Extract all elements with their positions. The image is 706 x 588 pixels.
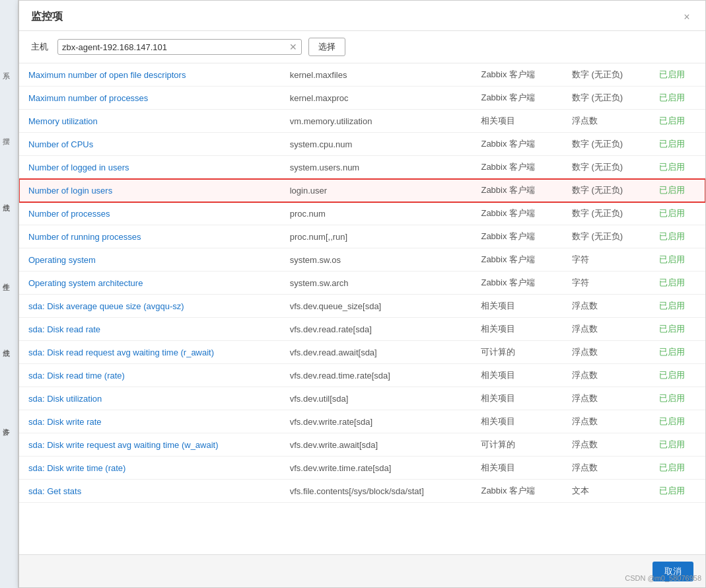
item-type: Zabbix 客户端 xyxy=(472,248,562,272)
item-status: 已启用 xyxy=(650,272,705,295)
item-status: 已启用 xyxy=(650,133,705,156)
host-input-value[interactable]: zbx-agent-192.168.147.101 xyxy=(62,42,285,52)
item-type: 相关项目 xyxy=(472,295,562,318)
host-clear-button[interactable]: ✕ xyxy=(289,42,297,52)
item-status: 已启用 xyxy=(650,410,705,433)
item-name[interactable]: Number of CPUs xyxy=(19,133,281,156)
item-key: system.sw.os xyxy=(281,248,472,272)
table-row[interactable]: Number of login userslogin.userZabbix 客户… xyxy=(19,179,705,202)
item-key: proc.num[,,run] xyxy=(281,225,472,248)
item-key: vfs.dev.read.rate[sda] xyxy=(281,318,472,341)
item-type: 相关项目 xyxy=(472,318,562,341)
item-type: 相关项目 xyxy=(472,364,562,387)
table-row[interactable]: Operating system architecturesystem.sw.a… xyxy=(19,272,705,295)
item-key: vfs.dev.read.await[sda] xyxy=(281,341,472,364)
item-type: Zabbix 客户端 xyxy=(472,179,562,202)
item-name[interactable]: Operating system xyxy=(19,248,281,272)
item-name[interactable]: Number of processes xyxy=(19,202,281,225)
item-name[interactable]: Number of running processes xyxy=(19,225,281,248)
item-key: vm.memory.utilization xyxy=(281,110,472,133)
modal-footer: 取消 xyxy=(19,554,705,587)
item-type: 相关项目 xyxy=(472,410,562,433)
item-status: 已启用 xyxy=(650,179,705,202)
table-row[interactable]: Maximum number of open file descriptorsk… xyxy=(19,63,705,87)
item-type: 可计算的 xyxy=(472,341,562,364)
table-row[interactable]: Number of logged in userssystem.users.nu… xyxy=(19,156,705,179)
item-status: 已启用 xyxy=(650,457,705,480)
table-row[interactable]: Number of processesproc.numZabbix 客户端数字 … xyxy=(19,202,705,225)
item-key: kernel.maxproc xyxy=(281,87,472,110)
item-type: 相关项目 xyxy=(472,110,562,133)
item-status: 已启用 xyxy=(650,318,705,341)
item-status: 已启用 xyxy=(650,225,705,248)
modal-header: 监控项 × xyxy=(19,1,705,31)
item-dtype: 文本 xyxy=(563,480,650,503)
item-status: 已启用 xyxy=(650,341,705,364)
item-key: system.users.num xyxy=(281,156,472,179)
item-status: 已启用 xyxy=(650,364,705,387)
item-name[interactable]: Operating system architecture xyxy=(19,272,281,295)
item-dtype: 浮点数 xyxy=(563,457,650,480)
item-dtype: 浮点数 xyxy=(563,433,650,457)
item-dtype: 浮点数 xyxy=(563,387,650,410)
table-row[interactable]: sda: Get statsvfs.file.contents[/sys/blo… xyxy=(19,480,705,503)
item-type: Zabbix 客户端 xyxy=(472,87,562,110)
item-dtype: 浮点数 xyxy=(563,318,650,341)
item-status: 已启用 xyxy=(650,295,705,318)
item-key: system.cpu.num xyxy=(281,133,472,156)
item-dtype: 数字 (无正负) xyxy=(563,87,650,110)
item-name[interactable]: Memory utilization xyxy=(19,110,281,133)
item-key: vfs.dev.read.time.rate[sda] xyxy=(281,364,472,387)
table-row[interactable]: sda: Disk write request avg waiting time… xyxy=(19,433,705,457)
table-row[interactable]: sda: Disk read request avg waiting time … xyxy=(19,341,705,364)
item-key: vfs.dev.write.await[sda] xyxy=(281,433,472,457)
table-row[interactable]: Number of running processesproc.num[,,ru… xyxy=(19,225,705,248)
item-status: 已启用 xyxy=(650,480,705,503)
item-name[interactable]: Number of logged in users xyxy=(19,156,281,179)
table-row[interactable]: Memory utilizationvm.memory.utilization相… xyxy=(19,110,705,133)
item-dtype: 字符 xyxy=(563,272,650,295)
item-name[interactable]: sda: Disk write request avg waiting time… xyxy=(19,433,281,457)
table-row[interactable]: Operating systemsystem.sw.osZabbix 客户端字符… xyxy=(19,248,705,272)
select-button[interactable]: 选择 xyxy=(308,38,345,56)
sidebar-hint: 系 摆 件成 件生 件成 许多 xyxy=(0,0,18,588)
table-row[interactable]: Number of CPUssystem.cpu.numZabbix 客户端数字… xyxy=(19,133,705,156)
item-name[interactable]: Maximum number of open file descriptors xyxy=(19,63,281,87)
item-name[interactable]: sda: Disk write rate xyxy=(19,410,281,433)
item-key: login.user xyxy=(281,179,472,202)
item-name[interactable]: sda: Disk average queue size (avgqu-sz) xyxy=(19,295,281,318)
item-type: Zabbix 客户端 xyxy=(472,133,562,156)
host-input-wrapper: zbx-agent-192.168.147.101 ✕ xyxy=(57,39,302,55)
item-key: vfs.dev.queue_size[sda] xyxy=(281,295,472,318)
item-name[interactable]: sda: Disk read time (rate) xyxy=(19,364,281,387)
item-dtype: 数字 (无正负) xyxy=(563,179,650,202)
item-name[interactable]: sda: Disk write time (rate) xyxy=(19,457,281,480)
table-row[interactable]: sda: Disk write time (rate)vfs.dev.write… xyxy=(19,457,705,480)
table-area: Maximum number of open file descriptorsk… xyxy=(19,63,705,546)
modal-dialog: 监控项 × 主机 zbx-agent-192.168.147.101 ✕ 选择 … xyxy=(18,0,706,588)
item-name[interactable]: sda: Get stats xyxy=(19,480,281,503)
table-row[interactable]: Maximum number of processeskernel.maxpro… xyxy=(19,87,705,110)
item-name[interactable]: sda: Disk read rate xyxy=(19,318,281,341)
item-key: vfs.dev.write.time.rate[sda] xyxy=(281,457,472,480)
table-row[interactable]: sda: Disk write ratevfs.dev.write.rate[s… xyxy=(19,410,705,433)
table-row[interactable]: sda: Disk read ratevfs.dev.read.rate[sda… xyxy=(19,318,705,341)
item-dtype: 数字 (无正负) xyxy=(563,156,650,179)
close-button[interactable]: × xyxy=(680,11,693,24)
item-status: 已启用 xyxy=(650,87,705,110)
table-row[interactable]: sda: Disk read time (rate)vfs.dev.read.t… xyxy=(19,364,705,387)
item-key: vfs.dev.util[sda] xyxy=(281,387,472,410)
item-name[interactable]: sda: Disk read request avg waiting time … xyxy=(19,341,281,364)
table-row[interactable]: sda: Disk utilizationvfs.dev.util[sda]相关… xyxy=(19,387,705,410)
item-type: Zabbix 客户端 xyxy=(472,272,562,295)
item-type: Zabbix 客户端 xyxy=(472,156,562,179)
item-dtype: 数字 (无正负) xyxy=(563,133,650,156)
cancel-button[interactable]: 取消 xyxy=(653,562,693,581)
item-dtype: 浮点数 xyxy=(563,110,650,133)
item-type: 相关项目 xyxy=(472,457,562,480)
item-name[interactable]: Number of login users xyxy=(19,179,281,202)
item-key: proc.num xyxy=(281,202,472,225)
table-row[interactable]: sda: Disk average queue size (avgqu-sz)v… xyxy=(19,295,705,318)
item-name[interactable]: sda: Disk utilization xyxy=(19,387,281,410)
item-name[interactable]: Maximum number of processes xyxy=(19,87,281,110)
